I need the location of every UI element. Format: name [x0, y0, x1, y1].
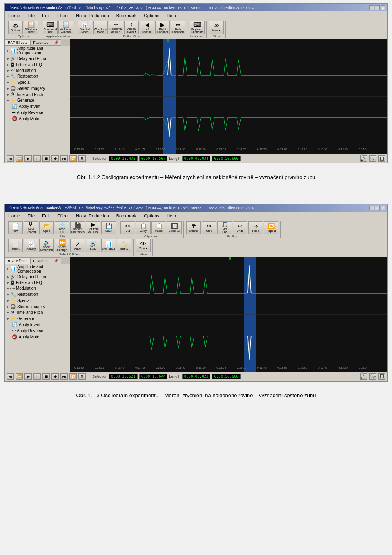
sidebar-item-special-2[interactable]: ▶ ✨ Special [5, 298, 70, 304]
sidebar-item-stereo-1[interactable]: ▶ 🎧 Stereo Imagery [5, 85, 70, 92]
menu-home-1[interactable]: Home [7, 12, 22, 19]
sidebar-item-restoration-1[interactable]: ▶ 🔧 Restoration [5, 73, 70, 79]
btn-copy-2[interactable]: 📋 Copy [136, 221, 151, 234]
menu-file-2[interactable]: File [26, 213, 36, 219]
sidebar-tab-pin-2[interactable]: 📌 [51, 257, 61, 264]
btn-select-2[interactable]: ⬜ Select [8, 239, 23, 252]
btn-loop-2[interactable]: 🔁 [69, 373, 77, 380]
btn-play-2[interactable]: ▶ [24, 373, 32, 380]
sidebar-tab-effects-2[interactable]: RAP Effects [5, 257, 30, 264]
sidebar-item-generate-2[interactable]: ▶ ⚡ Generate [5, 316, 70, 322]
btn-pause-2[interactable]: ⏸ [33, 373, 41, 380]
sidebar-item-time-1[interactable]: ▶ ⏱ Time and Pitch [5, 92, 70, 97]
btn-load-cd-2[interactable]: 💿 LoadCD [55, 221, 69, 234]
sidebar-item-modulation-1[interactable]: ▶ 〰 Modulation [5, 67, 70, 73]
btn-normalize-2[interactable]: 📊 Normalize [101, 239, 116, 252]
btn-loop-1[interactable]: 🔁 [69, 155, 77, 162]
menu-effect-1[interactable]: Effect [56, 12, 70, 19]
btn-undo-2[interactable]: ↩ Undo [233, 221, 247, 234]
minimize-btn-2[interactable]: ─ [369, 206, 374, 210]
menu-file-1[interactable]: File [26, 12, 36, 19]
btn-vertical-scale[interactable]: ↕ VerticalScale ▾ [124, 21, 139, 34]
menu-help-1[interactable]: Help [165, 12, 178, 19]
btn-fade-2[interactable]: ↗ Fade [70, 239, 85, 252]
sidebar-item-restoration-2[interactable]: ▶ 🔧 Restoration [5, 291, 70, 298]
btn-amplify-2[interactable]: 📈 Amplify [24, 239, 38, 252]
btn-keyboard-shortcuts[interactable]: ⌨ KeyboardShortcuts [190, 21, 205, 34]
menu-help-2[interactable]: Help [165, 213, 178, 219]
btn-stop-1[interactable]: ⏹ [42, 155, 50, 162]
menu-edit-1[interactable]: Edit [40, 12, 51, 19]
menu-options-2[interactable]: Options [142, 213, 161, 219]
btn-new-record-2[interactable]: 🎙 NewRecord [24, 221, 38, 234]
sidebar-item-invert-2[interactable]: 🔄 Apply Invert [5, 322, 70, 328]
btn-windows-mixer[interactable]: 🪟 WindowsMixer [24, 21, 38, 34]
btn-horizontal-scale[interactable]: ↔ HorizontalScale ▾ [109, 21, 123, 34]
close-btn-1[interactable]: ✕ [381, 5, 385, 10]
btn-welcome-window[interactable]: 🪟 WelcomeWindow [58, 21, 73, 34]
menu-effect-2[interactable]: Effect [56, 213, 70, 219]
menu-noise-1[interactable]: Noise Reduction [74, 12, 111, 19]
btn-view-1[interactable]: 👁 View ▾ [209, 21, 224, 34]
sidebar-item-generate-1[interactable]: ▶ ⚡ Generate [5, 97, 70, 103]
sidebar-item-filters-2[interactable]: ▶ 🎛 Filters and EQ [5, 280, 70, 286]
sidebar-item-modulation-2[interactable]: ▶ 〰 Modulation [5, 286, 70, 291]
btn-delete-2[interactable]: 🗑 Delete [186, 221, 201, 234]
minimize-btn-1[interactable]: ─ [369, 5, 374, 10]
btn-zoom-in-1[interactable]: 🔍+ [360, 155, 368, 162]
menu-bookmark-1[interactable]: Bookmark [115, 12, 138, 19]
sidebar-item-invert-1[interactable]: 🔄 Apply Invert [5, 103, 70, 110]
sidebar-item-delay-2[interactable]: ▶ 🔊 Delay and Echo [5, 274, 70, 280]
btn-command-bar[interactable]: ⌨ CommandBar [43, 21, 58, 34]
btn-right-channel[interactable]: ▶ RightChannel [155, 21, 170, 34]
btn-pause-1[interactable]: ⏸ [33, 155, 41, 162]
btn-spectral-mode[interactable]: 📊 SpectralMode [78, 21, 92, 34]
sidebar-item-special-1[interactable]: ▶ ✨ Special [5, 79, 70, 85]
btn-record-2[interactable]: ⏺ [51, 373, 59, 380]
btn-get-youtube-2[interactable]: ▶ Get fromYouTube [86, 221, 100, 234]
sidebar-tab-favorites-2[interactable]: Favorites [30, 257, 51, 264]
btn-skip-start-2[interactable]: ⏮ [7, 373, 14, 380]
btn-r-1[interactable]: R [78, 155, 86, 162]
btn-skip-start-1[interactable]: ⏮ [7, 155, 14, 162]
menu-options-1[interactable]: Options [142, 12, 161, 19]
btn-noise-reduction-2[interactable]: 🔉 NoiseReduction [39, 239, 54, 252]
btn-skip-end-2[interactable]: ⏭ [60, 373, 68, 380]
btn-open-2[interactable]: 📂 Open [39, 221, 54, 234]
btn-zoom-out-2[interactable]: 🔍- [369, 373, 376, 380]
btn-both-channels[interactable]: ⇔ BothChannels [171, 21, 185, 34]
btn-zoom-in-2[interactable]: 🔍+ [360, 373, 368, 380]
btn-zoom-out-1[interactable]: 🔍- [369, 155, 376, 162]
close-btn-2[interactable]: ✕ [381, 206, 385, 210]
btn-cut-2[interactable]: ✂ Cut [120, 221, 135, 234]
menu-noise-2[interactable]: Noise Reduction [74, 213, 111, 219]
btn-repeat-2[interactable]: 🔁 Repeat [264, 221, 278, 234]
menu-edit-2[interactable]: Edit [40, 213, 51, 219]
sidebar-item-filters-1[interactable]: ▶ 🎛 Filters and EQ [5, 62, 70, 67]
btn-waveform-mode[interactable]: 〰 WaveformMode [93, 21, 108, 34]
btn-view-2[interactable]: 👁 View ▾ [136, 239, 151, 252]
btn-stop-2[interactable]: ⏹ [42, 373, 50, 380]
btn-crop-2[interactable]: ✂ Crop [202, 221, 216, 234]
btn-select-all-2[interactable]: 🔲 Select All [167, 221, 182, 234]
sidebar-item-time-2[interactable]: ▶ ⏱ Time and Pitch [5, 310, 70, 316]
btn-import-video-2[interactable]: 🎬 Importfrom Video [70, 221, 85, 234]
menu-home-2[interactable]: Home [7, 213, 22, 219]
btn-rewind-1[interactable]: ⏪ [16, 155, 23, 162]
sidebar-item-mute-2[interactable]: 🔇 Apply Mute [5, 334, 70, 340]
sidebar-item-mute-1[interactable]: 🔇 Apply Mute [5, 116, 70, 122]
btn-speed-change-2[interactable]: ⏩ SpeedChange [55, 239, 69, 252]
btn-save-2[interactable]: 💾 Save [101, 221, 116, 234]
btn-zoom-fit-1[interactable]: 🔲 [378, 155, 385, 162]
waveform-area-2[interactable]: 0:13.30 0:13.35 0:13.40 0:13.45 0:13.50 … [70, 257, 387, 372]
sidebar-tab-pin-1[interactable]: 📌 [51, 39, 61, 46]
sidebar-item-reverse-1[interactable]: ↩ Apply Reverse [5, 110, 70, 116]
btn-new-2[interactable]: 📄 New [8, 221, 23, 234]
waveform-area-1[interactable]: 0:13.30 0:13.35 0:13.40 0:13.45 0:13.50 … [70, 39, 387, 154]
maximize-btn-1[interactable]: □ [375, 5, 380, 10]
btn-mix-file-2[interactable]: 🎵 MixFile [217, 221, 232, 234]
btn-r-2[interactable]: R [78, 373, 86, 380]
btn-record-1[interactable]: ⏺ [51, 155, 59, 162]
btn-echo-2[interactable]: 🔊 Echo [86, 239, 100, 252]
menu-bookmark-2[interactable]: Bookmark [115, 213, 138, 219]
